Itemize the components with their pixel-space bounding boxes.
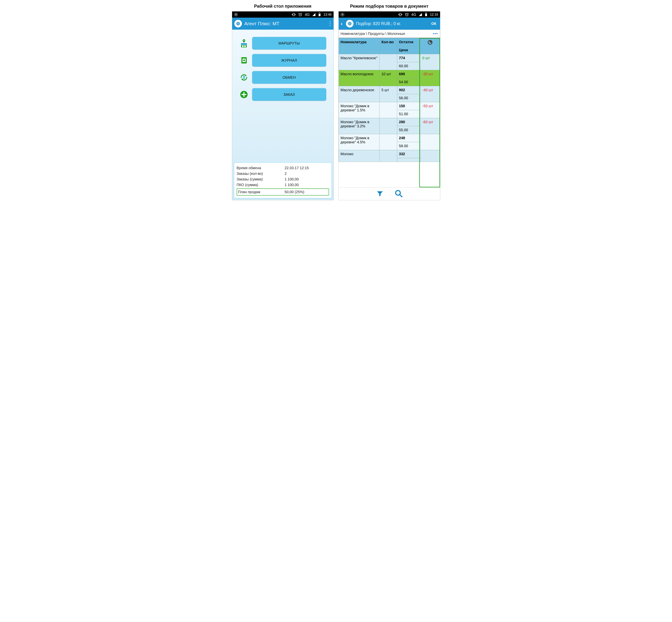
phone-desktop: 4G 13:46 Агент Плюс: МТ <box>232 11 334 200</box>
left-title: Рабочий стол приложения <box>232 4 334 9</box>
table-row[interactable]: Молоко "Домик в деревне" 3.2%280-60 шт <box>339 118 440 126</box>
svg-rect-40 <box>241 94 246 95</box>
svg-point-64 <box>350 24 351 25</box>
svg-point-47 <box>343 14 343 15</box>
app-header: Агент Плюс: МТ <box>232 18 334 30</box>
table-row[interactable]: Масло "Кремлевское"7740 шт <box>339 54 440 62</box>
svg-point-49 <box>342 15 343 15</box>
col-name[interactable]: Номенклатура <box>339 38 379 54</box>
svg-rect-25 <box>241 43 247 44</box>
plus-icon <box>239 90 248 99</box>
app-logo-icon <box>234 20 242 28</box>
journal-icon <box>239 56 248 65</box>
ok-button[interactable]: ОК <box>430 21 438 27</box>
table-row[interactable]: Масло вологодское10 шт690-20 шт <box>339 70 440 78</box>
svg-line-66 <box>400 195 402 197</box>
svg-point-18 <box>236 23 237 24</box>
svg-point-4 <box>235 14 235 15</box>
clock-label: 12:16 <box>430 13 438 16</box>
table-row[interactable]: Молоко "Домик в деревне" 1.5%150-50 шт <box>339 102 440 110</box>
battery-icon <box>425 12 427 16</box>
pko-sum-label: ПКО (сумма) <box>237 183 284 187</box>
bottom-toolbar <box>339 187 440 200</box>
svg-point-2 <box>236 13 236 14</box>
table-row[interactable]: Масло деревенское5 шт902-40 шт <box>339 86 440 94</box>
svg-point-44 <box>343 13 343 14</box>
cell-name: Масло вологодское <box>339 70 379 86</box>
svg-point-16 <box>238 22 239 23</box>
signal-icon <box>312 13 316 16</box>
selection-title: Подбор: 820 RUB.; 0 кг. <box>356 21 401 26</box>
status-bar: 4G 13:46 <box>232 11 334 18</box>
svg-point-48 <box>341 15 342 15</box>
svg-point-56 <box>348 22 349 23</box>
col-price[interactable]: Цена <box>397 46 421 54</box>
col-qty[interactable]: Кол-во <box>379 38 397 54</box>
cell-stock: 774 <box>397 54 421 62</box>
app-logo-icon <box>346 20 354 28</box>
search-button[interactable] <box>395 189 403 198</box>
right-title: Режим подбора товаров в документ <box>338 4 440 9</box>
cell-qty[interactable]: 10 шт <box>379 70 397 86</box>
vibrate-icon <box>292 12 296 16</box>
cell-price <box>397 158 421 162</box>
cell-indicator <box>421 150 440 162</box>
store-icon <box>239 39 248 48</box>
cell-qty[interactable] <box>379 134 397 150</box>
cell-name: Молоко "Домик в деревне" 4.5% <box>339 134 379 150</box>
app-dots-icon <box>234 12 238 16</box>
overflow-menu-button[interactable] <box>330 21 331 26</box>
table-row[interactable]: Молоко "Домик в деревне" 4.5%248 <box>339 134 440 142</box>
col-stock[interactable]: Остаток <box>397 38 421 46</box>
svg-point-59 <box>348 23 349 24</box>
cell-price: 60.00 <box>397 62 421 70</box>
order-button[interactable]: ЗАКАЗ <box>252 88 326 101</box>
exchange-button[interactable]: ОБМЕН <box>252 71 326 84</box>
svg-point-63 <box>349 25 350 26</box>
cell-qty[interactable] <box>379 118 397 134</box>
sync-icon <box>239 73 248 82</box>
signal-icon <box>418 13 422 16</box>
stats-panel: Время обмена22.03.17 12:15 Заказы (кол-в… <box>234 163 332 198</box>
svg-point-21 <box>237 24 238 25</box>
svg-point-57 <box>349 22 350 23</box>
svg-point-22 <box>238 25 239 26</box>
app-dots-icon <box>340 12 344 16</box>
cell-stock: 248 <box>397 134 421 142</box>
svg-point-7 <box>235 15 235 15</box>
cell-qty[interactable] <box>379 54 397 70</box>
svg-point-17 <box>238 22 240 23</box>
routes-button[interactable]: МАРШРУТЫ <box>252 37 326 49</box>
breadcrumb-more-button[interactable]: ••• <box>433 32 438 36</box>
cell-indicator: -60 шт <box>421 118 440 134</box>
cell-qty[interactable] <box>379 150 397 162</box>
orders-sum-label: Заказы (сумма) <box>237 177 284 181</box>
journal-button[interactable]: ЖУРНАЛ <box>252 54 326 67</box>
svg-point-9 <box>236 15 237 15</box>
cell-stock: 902 <box>397 86 421 94</box>
svg-point-3 <box>236 13 237 14</box>
cell-indicator <box>421 134 440 150</box>
product-table: Номенклатура Кол-во Остаток Цена Масло "… <box>339 38 440 162</box>
svg-point-24 <box>243 40 244 41</box>
svg-point-6 <box>236 14 237 15</box>
cell-price: 55.00 <box>397 126 421 134</box>
filter-button[interactable] <box>376 190 384 198</box>
back-button[interactable]: ‹ <box>341 21 343 27</box>
svg-point-43 <box>342 13 343 14</box>
breadcrumb[interactable]: Номенклатура \ Продукты \ Молочные <box>341 32 405 36</box>
col-indicator[interactable] <box>421 38 440 54</box>
cell-qty[interactable]: 5 шт <box>379 86 397 102</box>
plan-label: План продаж <box>238 190 284 194</box>
svg-point-19 <box>238 23 239 24</box>
cell-indicator: -20 шт <box>421 70 440 86</box>
svg-point-15 <box>237 22 238 23</box>
svg-rect-51 <box>399 13 401 16</box>
svg-point-32 <box>243 60 245 61</box>
cell-qty[interactable] <box>379 102 397 118</box>
svg-point-60 <box>349 23 350 24</box>
svg-rect-10 <box>293 13 295 16</box>
table-row[interactable]: Молоко332 <box>339 150 440 158</box>
vibrate-icon <box>398 12 402 16</box>
svg-point-58 <box>350 22 351 23</box>
